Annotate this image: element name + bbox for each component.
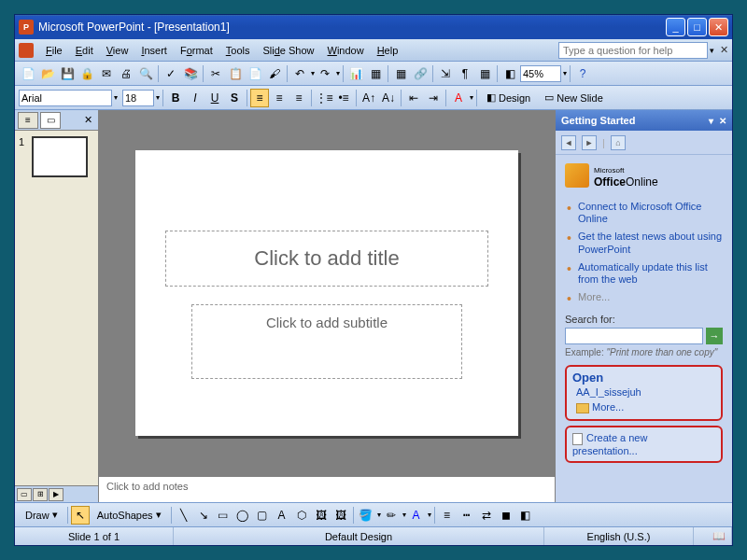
dash-style-button[interactable]: ┅ [458,506,476,525]
copy-button[interactable]: 📋 [226,64,245,83]
font-size-combo[interactable] [122,90,154,106]
maximize-button[interactable]: □ [687,18,707,36]
minimize-button[interactable]: _ [666,18,685,36]
font-dropdown-icon[interactable]: ▾ [114,93,118,102]
bold-button[interactable]: B [166,89,185,107]
email-button[interactable]: ✉ [97,64,116,83]
help-search-input[interactable] [558,42,708,59]
slideshow-view-button[interactable]: ▶ [49,488,63,501]
arrow-style-button[interactable]: ⇄ [477,506,496,525]
link-connect-office-online[interactable]: Connect to Microsoft Office Online [565,198,723,228]
subtitle-placeholder[interactable]: Click to add subtitle [191,304,462,379]
zoom-dropdown-icon[interactable]: ▾ [563,69,567,77]
textbox-button[interactable]: ▢ [253,506,272,525]
link-auto-update[interactable]: Automatically update this list from the … [565,259,723,288]
print-button[interactable]: 🖨 [117,64,135,83]
color-grayscale-button[interactable]: ◧ [500,64,519,83]
spellcheck-button[interactable]: ✓ [162,64,180,83]
line-color-dropdown-icon[interactable]: ▾ [402,511,406,519]
autoshapes-button[interactable]: AutoShapes ▾ [91,506,168,525]
oval-button[interactable]: ◯ [233,506,252,525]
line-color-button[interactable]: ✏ [382,506,401,525]
wordart-button[interactable]: A [273,506,291,525]
fill-color-button[interactable]: 🪣 [357,506,375,525]
rectangle-button[interactable]: ▭ [214,506,233,525]
slide[interactable]: Click to add title Click to add subtitle [135,150,518,436]
bullets-button[interactable]: •≡ [334,89,353,107]
arrow-button[interactable]: ↘ [194,506,213,525]
search-input[interactable] [565,328,703,344]
close-button[interactable]: ✕ [709,18,728,36]
expand-all-button[interactable]: ⇲ [436,64,455,83]
increase-font-button[interactable]: A↑ [359,89,378,107]
zoom-combo[interactable] [520,65,561,82]
line-style-button[interactable]: ≡ [438,506,457,525]
title-placeholder[interactable]: Click to add title [165,231,488,287]
research-button[interactable]: 📚 [181,64,200,83]
save-button[interactable]: 💾 [58,64,77,83]
paste-button[interactable]: 📄 [246,64,264,83]
task-pane-dropdown-icon[interactable]: ▾ [709,116,713,126]
insert-chart-button[interactable]: 📊 [346,64,365,83]
format-painter-button[interactable]: 🖌 [265,64,284,83]
undo-dropdown-icon[interactable]: ▾ [311,69,315,77]
status-spellcheck-icon[interactable]: 📖 [694,527,732,545]
permission-button[interactable]: 🔒 [78,64,96,83]
increase-indent-button[interactable]: ⇥ [424,89,443,107]
menu-insert[interactable]: Insert [134,43,174,58]
link-latest-news[interactable]: Get the latest news about using PowerPoi… [565,228,723,258]
font-color-draw-dropdown-icon[interactable]: ▾ [428,511,431,519]
redo-button[interactable]: ↷ [316,64,334,83]
design-button[interactable]: ◧Design [480,89,537,107]
tables-borders-button[interactable]: ▦ [391,64,410,83]
insert-hyperlink-button[interactable]: 🔗 [411,64,430,83]
align-center-button[interactable]: ≡ [270,89,289,107]
outline-tab-slides[interactable]: ▭ [40,112,61,129]
open-button[interactable]: 📂 [38,64,57,83]
slide-thumbnail-1[interactable] [32,136,88,177]
decrease-indent-button[interactable]: ⇤ [404,89,423,107]
menu-slideshow[interactable]: Slide Show [256,43,320,58]
menu-window[interactable]: Window [321,43,371,58]
diagram-button[interactable]: ⬡ [292,506,311,525]
new-slide-button[interactable]: ▭New Slide [538,89,610,107]
task-nav-forward-button[interactable]: ► [582,135,597,150]
shadow-style-button[interactable]: ◼ [497,506,515,525]
underline-button[interactable]: U [205,89,224,107]
clipart-button[interactable]: 🖼 [312,506,331,525]
menu-edit[interactable]: Edit [69,43,100,58]
task-nav-back-button[interactable]: ◄ [561,135,576,150]
help-search-dropdown-icon[interactable]: ▾ [710,46,714,55]
task-pane-close-button[interactable]: ✕ [719,116,726,126]
show-grid-button[interactable]: ▦ [475,64,494,83]
align-left-button[interactable]: ≡ [250,89,269,107]
open-recent-file[interactable]: AA_I_sissejuh [572,385,715,399]
menu-view[interactable]: View [100,43,135,58]
print-preview-button[interactable]: 🔍 [136,64,155,83]
outline-tab-outline[interactable]: ≡ [18,112,38,129]
redo-dropdown-icon[interactable]: ▾ [336,69,340,77]
font-color-button[interactable]: A [449,89,468,107]
cut-button[interactable]: ✂ [206,64,225,83]
normal-view-button[interactable]: ▭ [17,488,32,501]
draw-menu-button[interactable]: Draw ▾ [19,506,64,525]
numbering-button[interactable]: ⋮≡ [315,89,333,107]
align-right-button[interactable]: ≡ [289,89,308,107]
menu-help[interactable]: Help [371,43,405,58]
line-button[interactable]: ╲ [175,506,193,525]
insert-picture-button[interactable]: 🖼 [331,506,350,525]
help-button[interactable]: ? [573,64,592,83]
select-objects-button[interactable]: ↖ [71,506,90,525]
new-button[interactable]: 📄 [19,64,37,83]
outline-close-button[interactable]: ✕ [81,114,95,126]
font-color-draw-button[interactable]: A [407,506,426,525]
insert-table-button[interactable]: ▦ [366,64,385,83]
font-color-dropdown-icon[interactable]: ▾ [470,93,473,102]
search-go-button[interactable]: → [706,328,723,344]
menu-file[interactable]: File [39,43,69,58]
fill-dropdown-icon[interactable]: ▾ [377,511,381,519]
font-combo[interactable] [19,90,112,106]
sorter-view-button[interactable]: ⊞ [33,488,48,501]
italic-button[interactable]: I [186,89,204,107]
create-new-presentation-link[interactable]: Create a new presentation... [572,432,715,456]
